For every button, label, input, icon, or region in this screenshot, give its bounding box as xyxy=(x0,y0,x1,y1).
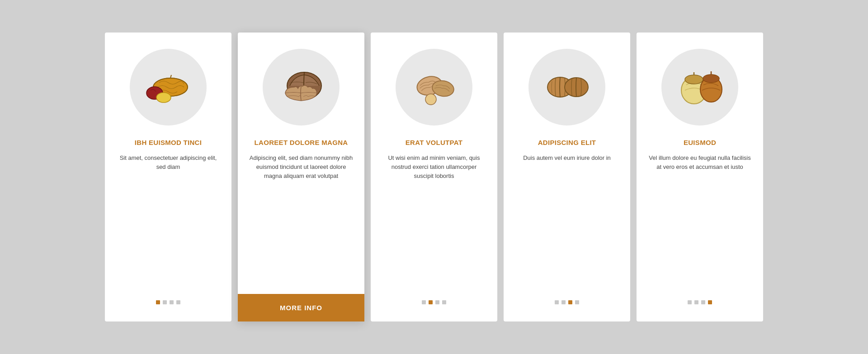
card-1: IBH EUISMOD TINCI Sit amet, consectetuer… xyxy=(105,33,231,321)
card-2-title: LAOREET DOLORE MAGNA xyxy=(255,138,348,147)
card-2: LAOREET DOLORE MAGNA Adipiscing elit, se… xyxy=(238,33,364,321)
dot xyxy=(708,300,712,304)
peanuts-icon xyxy=(139,62,198,112)
card-5: EUISMOD Vel illum dolore eu feugiat null… xyxy=(637,33,763,321)
card-3-dots xyxy=(422,300,446,304)
dot xyxy=(694,300,698,304)
dot xyxy=(435,300,439,304)
dot xyxy=(688,300,692,304)
cards-container: IBH EUISMOD TINCI Sit amet, consectetuer… xyxy=(91,14,777,340)
card-4: ADIPISCING ELIT Duis autem vel eum iriur… xyxy=(504,33,630,321)
svg-line-4 xyxy=(170,75,171,78)
card-3-text: Ut wisi enim ad minim veniam, quis nostr… xyxy=(382,154,486,290)
dot xyxy=(561,300,566,304)
dot xyxy=(701,300,705,304)
card-3: ERAT VOLUTPAT Ut wisi enim ad minim veni… xyxy=(371,33,497,321)
card-1-icon-circle xyxy=(130,49,207,126)
card-4-icon-circle xyxy=(528,49,605,126)
card-2-text: Adipiscing elit, sed diam nonummy nibh e… xyxy=(249,154,354,284)
card-5-icon-circle xyxy=(661,49,738,126)
walnut-icon xyxy=(272,62,330,112)
dot xyxy=(170,300,174,304)
card-5-dots xyxy=(688,300,712,304)
card-4-text: Duis autem vel eum iriure dolor in xyxy=(523,154,611,290)
almond-icon xyxy=(405,62,463,112)
more-info-button[interactable]: MORE INFO xyxy=(238,294,364,321)
dot xyxy=(163,300,167,304)
card-1-dots xyxy=(156,300,180,304)
card-3-title: ERAT VOLUTPAT xyxy=(406,138,462,147)
pecan-icon xyxy=(538,62,596,112)
card-5-title: EUISMOD xyxy=(684,138,716,147)
dot xyxy=(176,300,180,304)
card-5-text: Vel illum dolore eu feugiat nulla facili… xyxy=(647,154,752,290)
svg-point-3 xyxy=(156,93,171,102)
dot xyxy=(555,300,559,304)
card-3-icon-circle xyxy=(396,49,472,126)
svg-point-12 xyxy=(685,75,703,84)
card-2-icon-circle xyxy=(263,49,340,126)
card-4-dots xyxy=(555,300,579,304)
dot xyxy=(156,300,160,304)
dot xyxy=(575,300,579,304)
svg-point-8 xyxy=(425,94,436,105)
dot xyxy=(429,300,433,304)
card-1-title: IBH EUISMOD TINCI xyxy=(135,138,202,147)
card-4-title: ADIPISCING ELIT xyxy=(538,138,596,147)
svg-point-15 xyxy=(703,75,719,83)
dot xyxy=(568,300,572,304)
hazelnut-icon xyxy=(670,62,729,112)
dot xyxy=(442,300,446,304)
dot xyxy=(422,300,426,304)
card-1-text: Sit amet, consectetuer adipiscing elit, … xyxy=(116,154,221,290)
